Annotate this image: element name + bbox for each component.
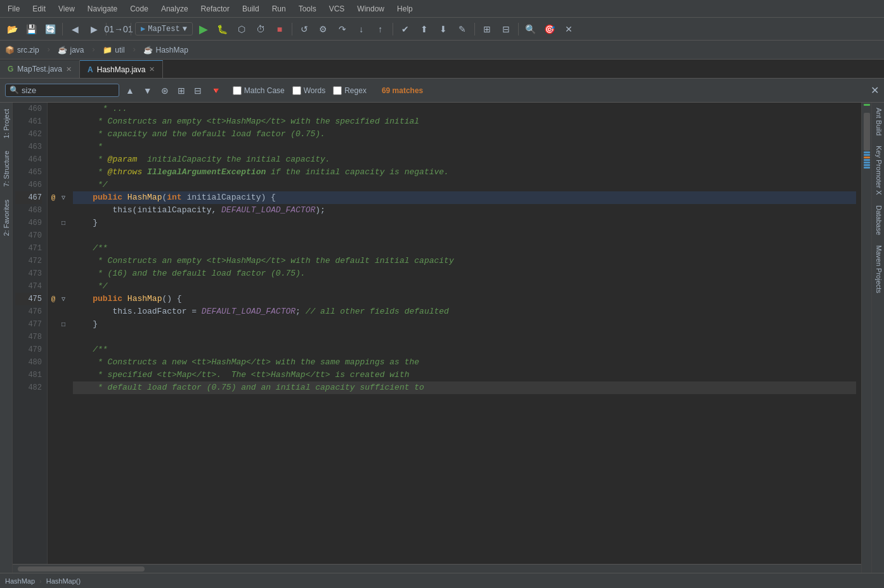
code-line-461: * Constructs an empty <tt>HashMap</tt> w…: [73, 115, 856, 128]
line-num-473: 473: [15, 267, 42, 280]
line-num-476: 476: [15, 305, 42, 318]
breadcrumb-java[interactable]: ☕ java: [58, 46, 84, 54]
fold-475: ▽: [59, 293, 68, 305]
stop-button[interactable]: ■: [271, 21, 288, 37]
run-config-selector[interactable]: ▶ MapTest ▼: [135, 22, 193, 35]
code-line-480: * Constructs a new <tt>HashMap</tt> with…: [73, 356, 856, 369]
tab-hashmap-icon: A: [88, 65, 93, 74]
line-num-482: 482: [15, 381, 42, 394]
step-into-button[interactable]: ↓: [353, 21, 370, 37]
fold-470: [59, 229, 68, 242]
breadcrumb-srczip[interactable]: 📦 src.zip: [5, 46, 39, 54]
separator-3: [131, 23, 131, 35]
code-477-text: }: [73, 318, 98, 331]
build-counter-button[interactable]: 01→01: [110, 21, 127, 37]
match-case-checkbox[interactable]: [233, 86, 242, 95]
next-match-button[interactable]: ▼: [141, 84, 155, 97]
debug-button[interactable]: 🐛: [214, 21, 231, 37]
menu-item-edit[interactable]: Edit: [30, 3, 48, 15]
scroll-marker-blue-4: [864, 162, 870, 163]
tab-maptest-close[interactable]: ✕: [66, 65, 72, 74]
code-line-476: this.loadFactor = DEFAULT_LOAD_FACTOR; /…: [73, 305, 856, 318]
commit-button[interactable]: ✔: [397, 21, 413, 37]
code-container[interactable]: 460 461 462 463 464 465 466 467 468 469 …: [13, 103, 861, 564]
scroll-thumb[interactable]: [864, 113, 870, 151]
sidebar-structure-label[interactable]: 7: Structure: [1, 144, 11, 193]
back-button[interactable]: ◀: [67, 21, 83, 37]
menu-item-window[interactable]: Window: [354, 3, 387, 15]
code-line-473: * (16) and the default load factor (0.75…: [73, 267, 856, 280]
menu-item-navigate[interactable]: Navigate: [85, 3, 120, 15]
coverage-button[interactable]: ⬡: [233, 21, 250, 37]
step-over-button[interactable]: ↷: [334, 21, 351, 37]
words-checkbox[interactable]: [292, 86, 301, 95]
code-476-factor: DEFAULT_LOAD_FACTOR: [202, 305, 296, 318]
vertical-scrollbar[interactable]: [861, 103, 871, 573]
run-button[interactable]: ▶: [195, 21, 212, 37]
code-475-public: public: [73, 293, 122, 305]
breadcrumb-hashmap[interactable]: ☕ HashMap: [143, 46, 188, 54]
menu-item-run[interactable]: Run: [270, 3, 289, 15]
annotate-button[interactable]: ✎: [454, 21, 471, 37]
update-button[interactable]: ⬆: [416, 21, 432, 37]
bottom-hashmap-class[interactable]: HashMap: [5, 577, 35, 585]
sidebar-favorites-label[interactable]: 2: Favorites: [1, 193, 11, 242]
regex-label: Regex: [344, 86, 367, 95]
toggle-button-1[interactable]: ⊞: [175, 84, 188, 97]
editor-area: 460 461 462 463 464 465 466 467 468 469 …: [13, 103, 861, 573]
right-panel-ant[interactable]: Ant Build: [872, 103, 884, 141]
right-panel-key[interactable]: Key Promoter X: [872, 141, 884, 200]
menu-item-analyze[interactable]: Analyze: [159, 3, 191, 15]
menu-item-help[interactable]: Help: [394, 3, 415, 15]
rerun-button[interactable]: ↺: [296, 21, 313, 37]
regex-option[interactable]: Regex: [333, 86, 367, 95]
regex-checkbox[interactable]: [333, 86, 342, 95]
evaluate-button[interactable]: ⚙: [315, 21, 332, 37]
bottom-hashmap-method[interactable]: HashMap(): [46, 577, 81, 585]
tab-hashmap[interactable]: A HashMap.java ✕: [80, 60, 163, 78]
profile-button[interactable]: ⏱: [252, 21, 269, 37]
tab-maptest[interactable]: G MapTest.java ✕: [0, 60, 80, 78]
words-option[interactable]: Words: [292, 86, 325, 95]
tab-hashmap-close[interactable]: ✕: [149, 65, 155, 74]
step-out-button[interactable]: ↑: [372, 21, 389, 37]
sidebar-project-label[interactable]: 1: Project: [1, 103, 11, 144]
right-panel-maven[interactable]: Maven Projects: [872, 240, 884, 298]
browse-button[interactable]: 🔍: [523, 21, 539, 37]
menu-item-code[interactable]: Code: [127, 3, 151, 15]
fold-467: ▽: [59, 191, 68, 204]
structure-button[interactable]: ⊞: [479, 21, 495, 37]
save-button[interactable]: 💾: [23, 21, 39, 37]
menu-item-build[interactable]: Build: [240, 3, 262, 15]
prev-match-button[interactable]: ▲: [123, 84, 137, 97]
breadcrumb-util[interactable]: 📁 util: [103, 46, 124, 54]
target-button[interactable]: 🎯: [542, 21, 558, 37]
match-case-option[interactable]: Match Case: [233, 86, 285, 95]
gutter-475: @: [48, 293, 59, 305]
code-line-463: *: [73, 141, 856, 153]
find-all-button[interactable]: ⊛: [159, 84, 171, 97]
right-panel-database[interactable]: Database: [872, 200, 884, 240]
code-lines[interactable]: * ... * Constructs an empty <tt>HashMap<…: [68, 103, 861, 564]
search-close-button[interactable]: ✕: [871, 84, 879, 96]
code-475-space: [122, 293, 127, 305]
filter-button[interactable]: 🔻: [208, 84, 224, 97]
toggle-button-2[interactable]: ⊟: [192, 84, 204, 97]
menu-item-vcs[interactable]: VCS: [327, 3, 348, 15]
code-467-params: (: [162, 191, 167, 204]
scrollbar-thumb-h[interactable]: [18, 566, 145, 572]
open-button[interactable]: 📂: [4, 21, 20, 37]
close-all-button[interactable]: ✕: [561, 21, 577, 37]
sync-button[interactable]: 🔄: [42, 21, 58, 37]
rollback-button[interactable]: ⬇: [435, 21, 452, 37]
horizontal-scrollbar[interactable]: [13, 564, 861, 573]
menu-item-view[interactable]: View: [56, 3, 77, 15]
bottom-arrow: ›: [39, 577, 42, 585]
fold-482: [59, 381, 68, 394]
hierarchy-button[interactable]: ⊟: [498, 21, 514, 37]
search-input[interactable]: [22, 86, 98, 95]
menu-item-file[interactable]: File: [5, 3, 22, 15]
menu-item-refactor[interactable]: Refactor: [198, 3, 232, 15]
menu-item-tools[interactable]: Tools: [296, 3, 319, 15]
forward-button[interactable]: ▶: [86, 21, 102, 37]
